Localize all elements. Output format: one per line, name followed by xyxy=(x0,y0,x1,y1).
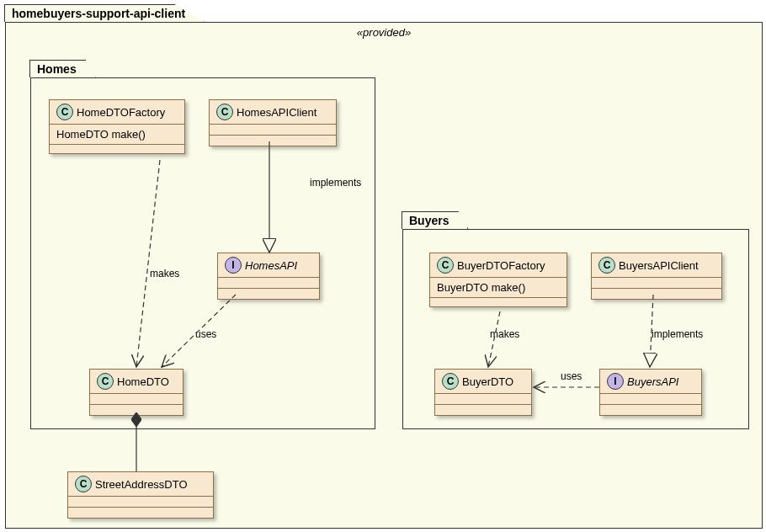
package-outer-title: homebuyers-support-api-client xyxy=(12,7,185,20)
package-outer-stereotype: «provided» xyxy=(357,26,411,39)
class-name: BuyerDTOFactory xyxy=(457,259,545,272)
class-home-dto: C HomeDTO xyxy=(89,369,184,416)
interface-icon: I xyxy=(225,257,242,274)
class-homes-api-client: C HomesAPIClient xyxy=(209,99,337,146)
interface-buyers-api: I BuyersAPI xyxy=(599,369,702,416)
edge-label-implements: implements xyxy=(652,328,703,340)
package-buyers-title: Buyers xyxy=(409,214,449,227)
class-name: HomesAPIClient xyxy=(237,106,317,119)
interface-icon: I xyxy=(607,373,624,390)
class-home-dto-factory: C HomeDTOFactory HomeDTO make() xyxy=(49,99,185,154)
class-buyer-dto-factory: C BuyerDTOFactory BuyerDTO make() xyxy=(429,253,567,307)
class-method: BuyerDTO make() xyxy=(430,278,567,298)
edge-label-makes: makes xyxy=(150,268,179,279)
class-buyer-dto: C BuyerDTO xyxy=(434,369,532,416)
edge-label-makes: makes xyxy=(490,328,519,340)
class-name: BuyersAPIClient xyxy=(619,259,699,272)
class-icon: C xyxy=(437,257,454,274)
class-name: HomeDTO xyxy=(117,375,169,388)
class-icon: C xyxy=(56,104,73,120)
class-name: StreetAddressDTO xyxy=(95,478,188,491)
class-icon: C xyxy=(598,257,615,274)
package-homes-title: Homes xyxy=(37,62,77,76)
package-outer-tab: homebuyers-support-api-client xyxy=(4,4,205,22)
uml-diagram: homebuyers-support-api-client «provided»… xyxy=(0,0,766,532)
interface-name: HomesAPI xyxy=(245,259,297,272)
package-buyers-tab: Buyers xyxy=(402,211,468,229)
edge-label-uses: uses xyxy=(561,370,582,382)
edge-label-implements: implements xyxy=(310,177,361,189)
class-icon: C xyxy=(97,373,114,390)
class-buyers-api-client: C BuyersAPIClient xyxy=(591,253,722,300)
class-icon: C xyxy=(75,476,92,492)
edge-label-uses: uses xyxy=(195,328,216,340)
class-icon: C xyxy=(216,104,233,120)
class-street-address-dto: C StreetAddressDTO xyxy=(67,471,214,519)
package-homes-tab: Homes xyxy=(29,60,96,77)
class-icon: C xyxy=(442,373,459,390)
class-method: HomeDTO make() xyxy=(50,125,184,145)
class-name: BuyerDTO xyxy=(462,375,513,388)
class-name: HomeDTOFactory xyxy=(77,106,165,119)
interface-name: BuyersAPI xyxy=(627,375,678,388)
interface-homes-api: I HomesAPI xyxy=(217,253,320,300)
